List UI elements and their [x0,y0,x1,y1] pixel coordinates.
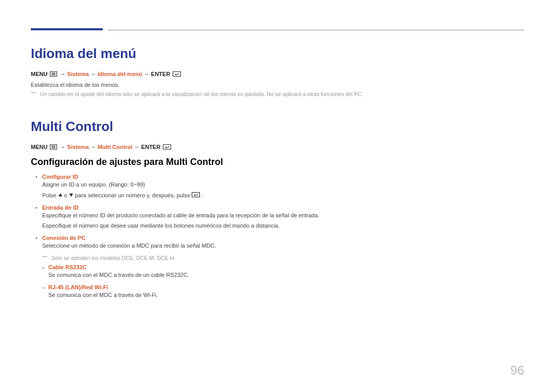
body-idioma: Establezca el idioma de los menús. [31,82,524,88]
note-text: Solo se admiten los modelos DCE, DCE-M, … [51,255,176,261]
menu-icon [50,144,57,151]
nav-enter-label: ENTER [141,144,160,150]
svg-rect-4 [173,72,181,77]
nav-arrow: → [90,71,96,77]
note-conexion: Solo se admiten los modelos DCE, DCE-M, … [42,255,524,261]
svg-marker-10 [58,193,62,196]
down-triangle-icon [69,192,73,198]
svg-marker-11 [69,193,73,196]
item-body: Especifique el número ID del producto co… [42,212,524,219]
svg-rect-9 [163,144,171,149]
enter-icon [173,71,181,78]
list-item: ‒ Cable RS232C Se comunica con el MDC a … [31,264,524,282]
section-idioma: Idioma del menú MENU → Sistema → Idioma … [31,46,524,98]
bullet-dot-icon: • [31,204,42,233]
nav-sistema: Sistema [67,71,89,77]
nav-enter-label: ENTER [151,71,170,77]
list-item: • Conexión de PC Seleccione un método de… [31,235,524,253]
nav-arrow: → [134,144,140,150]
menu-icon [50,71,57,78]
up-triangle-icon [58,192,63,198]
nav-arrow: → [60,71,66,77]
nav-arrow: → [60,144,66,150]
section-multicontrol: Multi Control MENU → Sistema → Multi Con… [31,119,524,302]
nav-menu-label: MENU [31,144,47,150]
heading-multicontrol: Multi Control [31,119,524,135]
subitem-title: Cable RS232C [48,264,524,270]
item-body: Pulse o para seleccionar un número y, de… [42,192,524,199]
bullet-dot-icon: • [31,235,42,253]
subitem-body: Se comunica con el MDC a través de un ca… [48,271,524,279]
nav-sistema: Sistema [67,144,89,150]
enter-icon [163,144,171,151]
dash-icon: ‒ [31,264,48,282]
note-text: Un cambio en el ajuste del idioma sólo s… [40,91,363,98]
dash-icon: ‒ [31,284,48,302]
item-body: Asigne un ID a un equipo. (Rango: 0~99) [42,181,524,189]
item-title: Entrada de ID [42,204,524,211]
nav-arrow: → [90,144,96,150]
item-body: Seleccione un método de conexión a MDC p… [42,242,524,250]
header-accent-bar [31,28,103,30]
nav-menu-label: MENU [31,71,47,77]
nav-page: Multi Control [98,144,133,150]
note-marker-icon [42,256,47,258]
item-title: Configurar ID [42,174,524,180]
header-rule [31,28,524,30]
subheading-config: Configuración de ajustes para Multi Cont… [31,157,524,167]
nav-path-multicontrol: MENU → Sistema → Multi Control → ENTER [31,144,524,151]
list-item: • Configurar ID Asigne un ID a un equipo… [31,174,524,202]
subitem-title: RJ-45 (LAN)/Red Wi-Fi [48,284,524,290]
text: para seleccionar un número y, después, p… [75,192,192,198]
note-marker-icon [31,92,36,95]
note-idioma: Un cambio en el ajuste del idioma sólo s… [31,91,524,98]
nav-page: Idioma del menú [98,71,142,77]
heading-idioma: Idioma del menú [31,46,524,62]
enter-icon [192,192,201,198]
item-title: Conexión de PC [42,235,524,241]
text: Pulse [42,192,58,198]
list-item: ‒ RJ-45 (LAN)/Red Wi-Fi Se comunica con … [31,284,524,302]
nav-arrow: → [144,71,150,77]
text: o [64,192,69,198]
subitem-body: Se comunica con el MDC a través de Wi-Fi… [48,291,524,299]
header-thin-rule [108,30,524,30]
nav-path-idioma: MENU → Sistema → Idioma del menú → ENTER [31,71,524,78]
list-item: • Entrada de ID Especifique el número ID… [31,204,524,233]
bullet-dot-icon: • [31,174,42,202]
svg-rect-12 [192,192,200,197]
page-number: 96 [510,363,524,378]
text: . [201,192,203,198]
item-body: Especifique el número que desee usar med… [42,222,524,230]
